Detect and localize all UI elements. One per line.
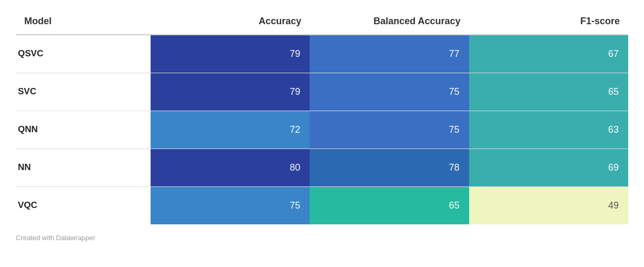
header-accuracy: Accuracy <box>151 11 310 35</box>
f1-cell-nn: 69 <box>469 149 628 186</box>
balanced-accuracy-cell-nn: 78 <box>310 149 469 186</box>
model-cell-qsvc: QSVC <box>16 35 151 73</box>
model-cell-svc: SVC <box>16 73 151 111</box>
heatmap-table: Model Accuracy Balanced Accuracy F1-scor… <box>16 11 628 224</box>
balanced-accuracy-cell-vqc: 65 <box>310 186 469 224</box>
header-model: Model <box>16 11 151 35</box>
accuracy-cell-qnn: 72 <box>151 111 310 149</box>
table-row: QNN727563 <box>16 111 628 149</box>
table-row: SVC797565 <box>16 73 628 111</box>
f1-cell-qsvc: 67 <box>469 35 628 73</box>
model-cell-nn: NN <box>16 149 151 186</box>
accuracy-cell-nn: 80 <box>151 149 310 186</box>
model-cell-qnn: QNN <box>16 111 151 149</box>
heatmap-table-container: Model Accuracy Balanced Accuracy F1-scor… <box>16 11 628 242</box>
balanced-accuracy-cell-qsvc: 77 <box>310 35 469 73</box>
accuracy-cell-vqc: 75 <box>151 186 310 224</box>
accuracy-cell-qsvc: 79 <box>151 35 310 73</box>
balanced-accuracy-cell-svc: 75 <box>310 73 469 111</box>
header-f1-score: F1-score <box>469 11 628 35</box>
table-row: NN807869 <box>16 149 628 186</box>
header-balanced-accuracy: Balanced Accuracy <box>310 11 469 35</box>
table-row: QSVC797767 <box>16 35 628 73</box>
f1-cell-vqc: 49 <box>469 186 628 224</box>
f1-cell-svc: 65 <box>469 73 628 111</box>
balanced-accuracy-cell-qnn: 75 <box>310 111 469 149</box>
f1-cell-qnn: 63 <box>469 111 628 149</box>
footer-credit: Created with Datawrapper <box>16 234 628 242</box>
table-row: VQC756549 <box>16 186 628 224</box>
accuracy-cell-svc: 79 <box>151 73 310 111</box>
model-cell-vqc: VQC <box>16 186 151 224</box>
